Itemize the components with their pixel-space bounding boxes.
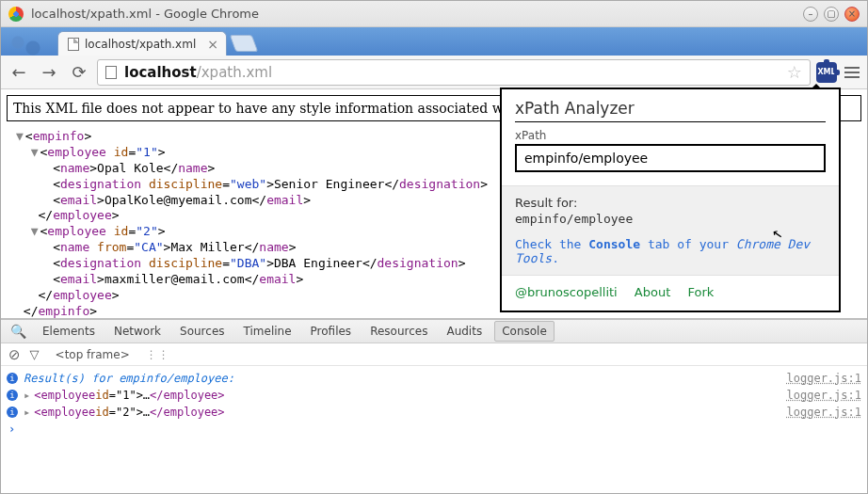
console-line: i ▸ <employee id="2">…</employee> logger… — [7, 404, 861, 421]
result-box: Result for: empinfo/employee Check the C… — [502, 185, 839, 276]
console-prompt[interactable]: › — [7, 421, 861, 438]
devtools-tab-timeline[interactable]: Timeline — [237, 322, 298, 341]
browser-tab[interactable]: localhost/xpath.xml × — [57, 31, 227, 56]
result-label: Result for: — [515, 196, 826, 210]
close-button[interactable]: × — [844, 7, 860, 22]
xpath-analyzer-popup: xPath Analyzer xPath Result for: empinfo… — [500, 88, 841, 312]
minimize-button[interactable]: – — [803, 7, 818, 22]
fork-link[interactable]: Fork — [687, 285, 714, 299]
console-line: i Result(s) for empinfo/employee: logger… — [7, 370, 861, 387]
about-link[interactable]: About — [635, 285, 670, 299]
more-icon[interactable]: ⋮⋮ — [146, 348, 170, 361]
source-link[interactable]: logger.js:1 — [787, 389, 861, 402]
filter-icon[interactable]: ▽ — [30, 347, 40, 361]
devtools-tab-console[interactable]: Console — [494, 321, 555, 342]
new-tab-button[interactable] — [230, 35, 259, 52]
page-icon — [105, 66, 117, 79]
hamburger-menu-icon[interactable] — [843, 67, 861, 78]
collapse-icon[interactable]: ▼ — [31, 224, 39, 238]
popup-links: @brunoscopelliti About Fork — [515, 285, 826, 299]
file-icon — [68, 38, 79, 51]
expand-icon[interactable]: ▸ — [24, 389, 30, 402]
search-icon[interactable]: 🔍 — [7, 324, 30, 339]
console-line: i ▸ <employee id="1">…</employee> logger… — [7, 387, 861, 404]
source-link[interactable]: logger.js:1 — [787, 372, 861, 385]
address-bar[interactable]: localhost/xpath.xml ☆ — [97, 59, 811, 86]
popup-title: xPath Analyzer — [515, 99, 826, 122]
devtools-tab-elements[interactable]: Elements — [36, 322, 102, 341]
info-icon: i — [7, 406, 18, 418]
collapse-icon[interactable]: ▼ — [31, 145, 39, 159]
console-filter-bar: ⊘ ▽ <top frame> ⋮⋮ — [1, 343, 867, 366]
devtools-tab-resources[interactable]: Resources — [363, 322, 434, 341]
expand-icon[interactable]: ▸ — [24, 406, 30, 419]
reload-button[interactable]: ⟳ — [67, 60, 91, 85]
devtools-tab-network[interactable]: Network — [107, 322, 168, 341]
chrome-icon — [8, 7, 24, 22]
context-selector[interactable]: <top frame> — [49, 346, 137, 363]
clear-console-icon[interactable]: ⊘ — [8, 346, 21, 363]
url-path: /xpath.xml — [197, 64, 272, 81]
tab-close-icon[interactable]: × — [207, 37, 218, 52]
devtools-tab-audits[interactable]: Audits — [440, 322, 489, 341]
source-link[interactable]: logger.js:1 — [787, 406, 861, 419]
os-titlebar: localhost/xpath.xml - Google Chrome – ▢ … — [1, 1, 867, 27]
back-button[interactable]: ← — [7, 60, 31, 85]
author-link[interactable]: @brunoscopelliti — [515, 285, 618, 299]
devtools: 🔍 Elements Network Sources Timeline Prof… — [1, 319, 867, 494]
devtools-tabstrip: 🔍 Elements Network Sources Timeline Prof… — [1, 319, 867, 343]
bookmark-star-icon[interactable]: ☆ — [787, 62, 802, 82]
info-icon: i — [7, 390, 18, 401]
devtools-tab-profiles[interactable]: Profiles — [304, 322, 359, 341]
url-host: localhost — [124, 64, 197, 81]
console-output: i Result(s) for empinfo/employee: logger… — [1, 366, 867, 494]
devtools-tab-sources[interactable]: Sources — [173, 322, 231, 341]
collapse-icon[interactable]: ▼ — [16, 129, 24, 143]
forward-button[interactable]: → — [37, 60, 61, 85]
browser-toolbar: ← → ⟳ localhost/xpath.xml ☆ XML — [1, 56, 867, 89]
xpath-label: xPath — [515, 129, 546, 142]
info-icon: i — [7, 373, 18, 384]
maximize-button[interactable]: ▢ — [824, 7, 839, 22]
xpath-input[interactable] — [515, 144, 826, 172]
tab-strip: localhost/xpath.xml × — [1, 27, 867, 56]
window-title: localhost/xpath.xml - Google Chrome — [31, 7, 259, 21]
tab-title: localhost/xpath.xml — [85, 38, 196, 51]
